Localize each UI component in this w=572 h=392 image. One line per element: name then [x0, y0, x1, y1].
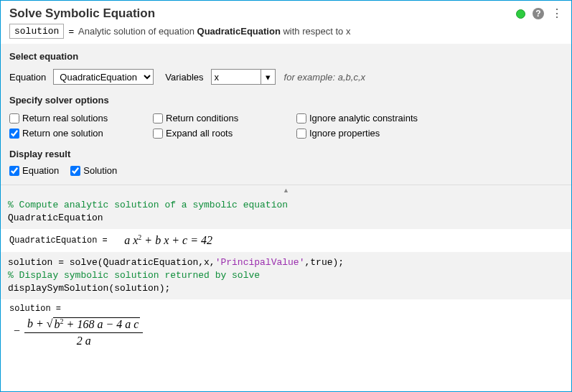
desc-eqname: QuadraticEquation: [197, 26, 281, 37]
kebab-menu-icon[interactable]: ⋮: [551, 8, 563, 19]
code-block-2: solution = solve(QuadraticEquation,x,'Pr…: [1, 252, 571, 300]
checkbox-expand-roots[interactable]: [153, 129, 163, 139]
display-solution-option[interactable]: Solution: [70, 165, 117, 176]
checkbox-display-equation[interactable]: [9, 166, 19, 176]
help-icon[interactable]: ?: [533, 8, 544, 19]
option-return-conditions[interactable]: Return conditions: [153, 113, 296, 123]
variables-label: Variables: [165, 72, 203, 83]
solver-options-title: Specify solver options: [9, 95, 563, 106]
code-comment-1: % Compute analytic solution of a symboli…: [8, 200, 288, 210]
display-equation-option[interactable]: Equation: [9, 165, 59, 176]
status-indicator-icon: [516, 9, 525, 19]
solution-fraction: b + √b2 + 168 a − 4 a c 2 a: [24, 317, 143, 347]
equation-lhs: QuadraticEquation =: [9, 235, 108, 246]
dropdown-arrow-icon[interactable]: ▾: [261, 70, 275, 84]
code-block-1: % Compute analytic solution of a symboli…: [1, 195, 571, 229]
equation-rhs: a x2 + b x + c = 42: [124, 233, 212, 247]
output-variable-pill: solution: [9, 24, 64, 39]
option-return-real[interactable]: Return real solutions: [9, 113, 153, 123]
desc-suffix: with respect to x: [283, 26, 350, 37]
collapse-toggle[interactable]: ▲: [1, 185, 571, 195]
option-ignore-properties[interactable]: Ignore properties: [296, 128, 476, 139]
desc-prefix: Analytic solution of equation: [78, 26, 194, 37]
variables-example: for example: a,b,c,x: [284, 72, 365, 83]
solution-output: solution = − b + √b2 + 168 a − 4 a c 2 a: [1, 299, 571, 353]
code-line-display: displaySymSolution(solution);: [8, 283, 170, 294]
select-equation-title: Select equation: [9, 51, 563, 62]
display-result-title: Display result: [9, 149, 563, 159]
task-title: Solve Symbolic Equation: [9, 6, 516, 21]
option-return-one[interactable]: Return one solution: [9, 128, 153, 139]
checkbox-ignore-properties[interactable]: [296, 129, 306, 139]
option-expand-roots[interactable]: Expand all roots: [153, 128, 296, 139]
option-ignore-analytic[interactable]: Ignore analytic constraints: [296, 113, 476, 123]
variables-input[interactable]: [215, 72, 258, 83]
checkbox-display-solution[interactable]: [70, 166, 80, 176]
equation-select[interactable]: QuadraticEquation: [53, 69, 154, 85]
task-header: Solve Symbolic Equation ? ⋮ solution = A…: [1, 1, 571, 44]
code-comment-2: % Display symbolic solution returned by …: [8, 270, 260, 281]
solution-label: solution =: [9, 304, 563, 314]
solver-options-grid: Return real solutions Return conditions …: [9, 113, 563, 139]
equation-output: QuadraticEquation = a x2 + b x + c = 42: [1, 229, 571, 251]
equals-sign: =: [68, 26, 74, 37]
code-line-eqname: QuadraticEquation: [8, 213, 103, 223]
checkbox-return-real[interactable]: [9, 113, 19, 123]
config-section: Select equation Equation QuadraticEquati…: [1, 44, 571, 185]
checkbox-return-one[interactable]: [9, 129, 19, 139]
checkbox-ignore-analytic[interactable]: [296, 113, 306, 123]
equation-label: Equation: [9, 72, 46, 83]
variables-combobox[interactable]: ▾: [211, 69, 276, 85]
checkbox-return-conditions[interactable]: [153, 113, 163, 123]
